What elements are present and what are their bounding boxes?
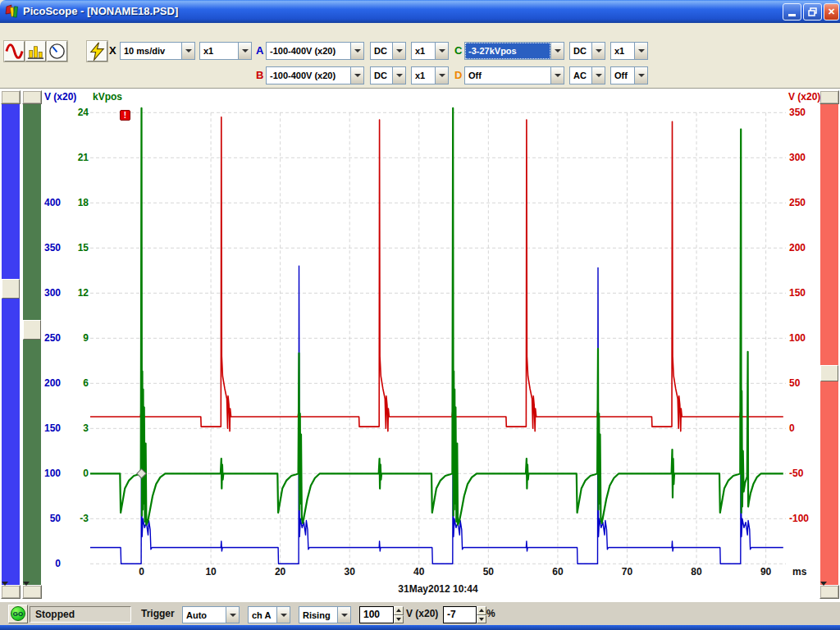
spectrum-view-button[interactable] (25, 41, 46, 62)
spin-down-button[interactable] (477, 615, 486, 624)
trigger-edge-select[interactable]: Rising (299, 606, 351, 623)
scroll-down-button[interactable] (22, 585, 42, 599)
minimize-icon (788, 14, 796, 16)
chevron-down-icon (354, 74, 361, 77)
x-axis-tick: 50 (472, 566, 504, 578)
red-axis-tick: 200 (789, 242, 835, 253)
scroll-up-button[interactable] (1, 90, 21, 104)
arrow-down-icon (820, 582, 827, 600)
channel-a-range-select[interactable]: -100-400V (x20) (266, 42, 364, 60)
blue-axis-tick: 250 (15, 332, 61, 344)
scroll-down-button[interactable] (819, 585, 839, 599)
chevron-down-icon (555, 74, 561, 77)
overrange-warning-icon: ! (120, 110, 130, 121)
channel-b-multiplier-select[interactable]: x1 (411, 66, 449, 84)
threshold-spinner[interactable] (394, 606, 404, 623)
chevron-down-icon (555, 49, 561, 52)
trigger-threshold-input[interactable]: 100 (359, 606, 394, 623)
channel-a-coupling-select[interactable]: DC (370, 42, 406, 60)
channel-d-coupling-select[interactable]: AC (569, 66, 605, 84)
threshold-unit-label: V (x20) (406, 608, 438, 619)
delay-spinner[interactable] (477, 606, 486, 623)
scope-view-button[interactable] (4, 41, 25, 62)
blue-axis-tick: 0 (15, 558, 61, 569)
scroll-up-button[interactable] (22, 90, 42, 104)
channel-c-multiplier-select[interactable]: x1 (610, 42, 648, 60)
trigger-delay-input[interactable]: -7 (443, 606, 477, 623)
blue-axis-tick: 400 (15, 197, 61, 208)
green-axis-tick: 21 (48, 152, 89, 163)
toolbar: X 10 ms/div x1 A -100-400V (x20) DC x1 C… (0, 37, 840, 89)
delay-unit-label: % (486, 608, 495, 619)
go-button[interactable]: GO (8, 605, 28, 623)
chevron-down-icon (354, 49, 361, 52)
chevron-down-icon (596, 49, 602, 52)
chart-area: V (x20) kVpos V (x20) 24211815129630-340… (0, 89, 840, 601)
picoscope-app-icon[interactable] (5, 4, 20, 19)
spin-up-button[interactable] (394, 606, 404, 615)
capture-timestamp: 31May2012 10:44 (348, 583, 528, 595)
blue-axis-tick: 100 (15, 468, 61, 479)
restore-button[interactable] (803, 3, 822, 21)
chevron-down-icon (242, 49, 249, 52)
waveform-plot[interactable] (90, 105, 786, 564)
arrow-down-icon (479, 618, 484, 621)
meter-view-button[interactable] (47, 41, 67, 62)
scroll-down-button[interactable] (1, 585, 21, 599)
blue-axis-tick: 50 (15, 513, 61, 524)
minimize-button[interactable] (783, 3, 801, 21)
red-axis-tick: 350 (789, 107, 835, 118)
red-axis-tick: 150 (789, 287, 835, 299)
trigger-source-select[interactable]: ch A (248, 606, 290, 623)
trigger-label: Trigger (141, 608, 175, 619)
picoscope-window: PicoScope - [NONAME18.PSD] ✕ File Edit S… (0, 0, 840, 630)
scroll-up-button[interactable] (819, 90, 839, 104)
arrow-up-icon (396, 609, 401, 612)
red-axis-header: V (x20) (788, 91, 820, 103)
x-axis-tick: 40 (403, 566, 436, 578)
channel-c-range-select[interactable]: -3-27kVpos (464, 42, 564, 60)
spin-down-button[interactable] (394, 615, 404, 624)
green-axis-header: kVpos (93, 91, 122, 103)
x-axis-tick: 20 (264, 566, 297, 578)
x-axis-tick: 80 (680, 566, 713, 578)
channel-C-kilovolts-trace (90, 108, 783, 525)
chevron-down-icon (341, 614, 348, 617)
channel-d-range-select[interactable]: Off (464, 66, 564, 84)
go-icon: GO (11, 606, 25, 621)
waveform-library-button[interactable] (87, 41, 107, 62)
chevron-down-icon (396, 74, 403, 77)
close-button[interactable]: ✕ (824, 3, 839, 21)
chevron-down-icon (281, 614, 287, 617)
spectrum-bars-icon (26, 42, 45, 61)
arrow-up-icon (479, 609, 484, 612)
channel-b-range-select[interactable]: -100-400V (x20) (266, 66, 364, 84)
red-axis-tick: 250 (789, 197, 835, 208)
chevron-down-icon (230, 614, 236, 617)
channel-d-multiplier-select[interactable]: Off (610, 66, 648, 84)
chevron-down-icon (439, 49, 445, 52)
channel-b-coupling-select[interactable]: DC (370, 66, 406, 84)
channel-c-coupling-select[interactable]: DC (569, 42, 605, 60)
x-axis-tick: 10 (194, 566, 227, 578)
blue-axis-header: V (x20) (44, 91, 76, 103)
channel-a-multiplier-select[interactable]: x1 (411, 42, 449, 60)
chevron-down-icon (596, 74, 602, 77)
chevron-down-icon (439, 74, 445, 77)
arrow-down-icon (23, 582, 30, 600)
chevron-down-icon (638, 74, 645, 77)
close-icon: ✕ (828, 7, 835, 16)
x-axis-tick: 60 (541, 566, 574, 578)
waveform-svg (90, 105, 786, 564)
red-axis-tick: 0 (789, 422, 835, 434)
timebase-multiplier-select[interactable]: x1 (199, 42, 252, 60)
timebase-axis-label: X (109, 42, 121, 60)
trigger-mode-select[interactable]: Auto (182, 606, 240, 623)
x-axis-unit: ms (792, 566, 806, 578)
spin-up-button[interactable] (477, 606, 486, 615)
chevron-down-icon (185, 49, 192, 52)
x-axis-tick: 70 (610, 566, 643, 578)
timebase-select[interactable]: 10 ms/div (120, 42, 195, 60)
scope-wave-icon (5, 42, 24, 61)
status-bar: GO Stopped Trigger Auto ch A Rising 100 … (0, 601, 840, 625)
